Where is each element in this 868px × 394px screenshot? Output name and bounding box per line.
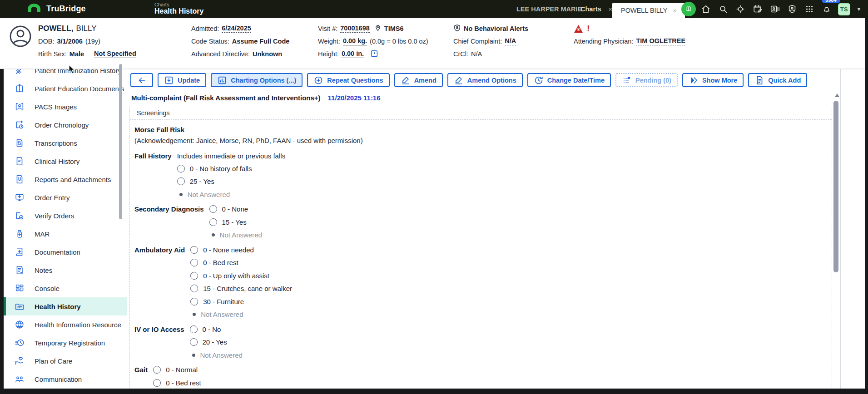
radio-option-0-bed-rest[interactable]: 0 - Bed rest xyxy=(190,256,824,270)
pencil-line-icon xyxy=(401,75,411,85)
sidebar-item-notes[interactable]: Notes xyxy=(4,261,127,279)
toolbar-quick-add-button[interactable]: Quick Add xyxy=(748,73,807,87)
height-value-link[interactable]: 0.00 in. xyxy=(342,50,364,58)
section-header[interactable]: Screenings xyxy=(130,106,832,120)
radio-icon[interactable] xyxy=(190,338,198,346)
sidebar-item-order-entry[interactable]: Order Entry xyxy=(4,188,127,207)
weight: Weight: 0.00 kg. (0.0g = 0 lbs 0.0 oz) xyxy=(318,37,428,45)
user-avatar[interactable]: TS xyxy=(835,3,853,15)
admitted: Admitted: 6/24/2025 xyxy=(191,25,289,33)
radio-icon[interactable] xyxy=(190,285,198,292)
question-label: Ambulatory Aid xyxy=(134,243,185,256)
dot-icon xyxy=(193,313,196,316)
home-icon[interactable] xyxy=(697,4,714,14)
chevron-down-icon[interactable]: ▼ xyxy=(856,6,862,12)
support-hub-icon[interactable] xyxy=(732,4,749,14)
radio-option-20-yes[interactable]: 20 - Yes xyxy=(190,336,825,349)
sidebar-item-order-chronology[interactable]: Order Chronology xyxy=(4,116,127,134)
allergy-alert[interactable]: ✳ ! xyxy=(574,25,685,33)
tab-powell-billy[interactable]: POWELL BILLY × xyxy=(612,3,685,18)
sidebar-item-plan-of-care[interactable]: Plan of Care xyxy=(4,352,127,370)
apps-grid-icon[interactable] xyxy=(801,4,818,14)
location-pin-icon xyxy=(374,25,382,33)
radio-option-25-yes[interactable]: 25 - Yes xyxy=(177,175,824,188)
radio-option-0-none-needed[interactable]: 0 - None needed xyxy=(190,243,824,256)
radio-option-0-normal[interactable]: 0 - Normal xyxy=(153,364,824,377)
brand[interactable]: TruBridge xyxy=(26,3,86,15)
person-badge-icon[interactable] xyxy=(784,4,801,14)
toolbar-update-button[interactable]: Update xyxy=(158,73,206,87)
sidebar-item-transcriptions[interactable]: Transcriptions xyxy=(4,134,127,152)
toolbar-pending-0-button[interactable]: Pending (0) xyxy=(615,73,678,87)
contact-card-icon[interactable] xyxy=(766,4,784,14)
globe-icon xyxy=(15,320,25,330)
toolbar-repeat-questions-button[interactable]: Repeat Questions xyxy=(307,73,389,87)
radio-icon[interactable] xyxy=(177,177,185,185)
tab-charts[interactable]: Charts × xyxy=(580,0,612,18)
visit-number-link[interactable]: 70001698 xyxy=(340,25,370,33)
sidebar-item-health-information-resource[interactable]: Health Information Resource xyxy=(4,315,127,334)
knowledge-book-icon[interactable] xyxy=(680,2,697,16)
medicine-bottle-icon xyxy=(15,229,25,239)
main-scrollbar[interactable] xyxy=(833,101,838,272)
folder-pulse-icon xyxy=(15,301,25,311)
sidebar-item-health-history[interactable]: Health History xyxy=(4,297,127,315)
weight-value-link[interactable]: 0.00 kg. xyxy=(343,37,367,45)
close-icon[interactable]: × xyxy=(609,6,612,13)
behavioral-person-icon xyxy=(453,24,461,33)
radio-icon[interactable] xyxy=(190,246,198,254)
search-icon[interactable] xyxy=(714,4,732,14)
form-datetime-link[interactable]: 11/20/2025 11:16 xyxy=(328,94,381,102)
sidebar-item-pacs-images[interactable]: PACS Images xyxy=(4,98,127,116)
not-specified-link[interactable]: Not Specified xyxy=(94,50,136,58)
radio-icon[interactable] xyxy=(209,205,217,213)
chief-complaint-link[interactable]: N/A xyxy=(505,37,516,45)
radio-option-0-up-only-with-assist[interactable]: 0 - Up only with assist xyxy=(190,269,824,282)
radio-icon[interactable] xyxy=(190,259,198,266)
radio-icon[interactable] xyxy=(190,325,198,333)
toolbar-back-button[interactable] xyxy=(130,73,153,87)
radio-option-0-bed-rest[interactable]: 0 - Bed rest xyxy=(153,376,824,389)
growth-chart-icon[interactable] xyxy=(370,49,378,59)
toolbar-change-date-time-button[interactable]: Change Date/Time xyxy=(527,73,611,87)
notifications-bell-icon[interactable]: 5964 xyxy=(818,4,835,14)
radio-option-0-no[interactable]: 0 - No xyxy=(190,323,825,336)
attending-physician-link[interactable]: TIM OGLETREE xyxy=(636,37,685,45)
toolbar-show-more-button[interactable]: Show More xyxy=(682,73,744,87)
double-chevron-icon xyxy=(689,75,699,85)
toolbar-charting-options-button[interactable]: Charting Options (...) xyxy=(211,73,303,87)
sidebar-item-documentation[interactable]: Documentation xyxy=(4,243,127,261)
radio-icon[interactable] xyxy=(153,366,161,374)
scrollbar-up-arrow[interactable] xyxy=(835,94,839,97)
sidebar-item-temporary-registration[interactable]: Temporary Registration xyxy=(4,334,127,352)
close-icon[interactable]: × xyxy=(673,7,676,14)
toolbar-amend-options-button[interactable]: Amend Options xyxy=(447,73,523,87)
radio-icon[interactable] xyxy=(190,272,198,280)
admitted-date-link[interactable]: 6/24/2025 xyxy=(222,25,251,33)
radio-option-0-no-history-of-falls[interactable]: 0 - No history of falls xyxy=(177,162,824,175)
question-label: Fall History xyxy=(134,149,172,162)
radio-option-0-none[interactable]: 0 - None xyxy=(209,203,824,216)
radio-icon[interactable] xyxy=(209,218,217,226)
sidebar-item-patient-education-documents[interactable]: Patient Education Documents xyxy=(4,79,127,98)
sidebar-item-console[interactable]: Console xyxy=(4,279,127,297)
chief-complaint: Chief Complaint: N/A xyxy=(453,37,528,45)
sidebar-item-clinical-history[interactable]: Clinical History xyxy=(4,152,127,170)
not-answered-status: Not Answered xyxy=(190,308,824,321)
sidebar-item-communication[interactable]: Communication xyxy=(4,370,127,388)
sidebar-item-verify-orders[interactable]: Verify Orders xyxy=(4,207,127,225)
radio-option-15-yes[interactable]: 15 - Yes xyxy=(209,216,824,229)
paperclip-doc-icon xyxy=(15,174,25,184)
radio-icon[interactable] xyxy=(190,298,198,305)
alert-triangle-icon: ✳ xyxy=(574,25,583,33)
sidebar-item-mar[interactable]: MAR xyxy=(4,225,127,243)
toolbar-amend-button[interactable]: Amend xyxy=(394,73,443,87)
sidebar-item-reports-and-attachments[interactable]: Reports and Attachments xyxy=(4,170,127,188)
radio-icon[interactable] xyxy=(177,165,185,172)
scale-title: Morse Fall Risk xyxy=(134,126,824,133)
sidebar-scrollbar[interactable] xyxy=(119,64,122,219)
radio-icon[interactable] xyxy=(153,379,161,387)
radio-option-15-crutches-cane-or-walker[interactable]: 15 - Crutches, cane or walker xyxy=(190,282,824,296)
charting-calendar-icon[interactable] xyxy=(749,4,766,14)
radio-option-30-furniture[interactable]: 30 - Furniture xyxy=(190,295,824,308)
